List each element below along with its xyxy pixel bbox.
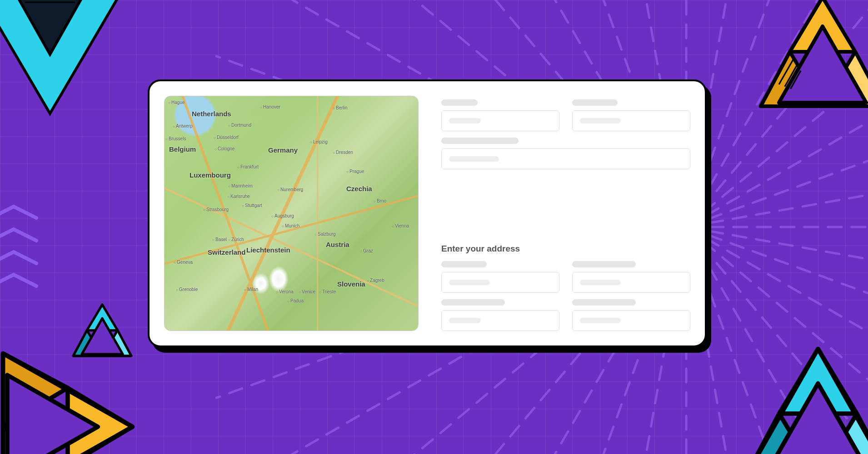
address-heading: Enter your address	[441, 244, 690, 254]
field-value-skeleton	[580, 318, 621, 323]
form-field	[572, 299, 690, 331]
penrose-triangle-bottom-left-icon	[0, 340, 145, 454]
field-label-skeleton	[441, 138, 519, 144]
map-city-label: Zürich	[228, 237, 244, 242]
map-city-label: Venice	[299, 289, 315, 294]
text-input[interactable]	[572, 272, 690, 293]
field-value-skeleton	[580, 280, 621, 285]
field-value-skeleton	[449, 156, 499, 162]
form-field	[572, 261, 690, 293]
text-input[interactable]	[441, 148, 690, 169]
map-city-label: Trieste	[319, 289, 336, 294]
map-country-label: Belgium	[169, 145, 196, 153]
form-field	[572, 99, 690, 131]
map-country-label: Austria	[326, 241, 349, 248]
map-country-label: Switzerland	[208, 248, 245, 256]
field-label-skeleton	[441, 299, 505, 306]
map-city-label: Vienna	[392, 223, 409, 228]
address-form: Enter your address	[441, 96, 690, 331]
field-label-skeleton	[572, 261, 636, 267]
map-city-label: Padua	[287, 298, 304, 303]
map-city-label: Berlin	[333, 105, 348, 110]
map-city-label: Zagreb	[367, 278, 384, 283]
map-city-label: Grenoble	[176, 287, 198, 292]
map-city-label: Antwerp	[173, 123, 193, 128]
map-city-label: Dortmund	[228, 123, 251, 128]
map-city-label: Augsburg	[271, 213, 294, 218]
form-field	[441, 261, 559, 293]
text-input[interactable]	[572, 110, 690, 131]
text-input[interactable]	[441, 310, 559, 331]
map-city-label: Hanover	[260, 104, 280, 109]
form-field	[441, 138, 690, 235]
map-city-label: Nuremberg	[277, 187, 303, 192]
penrose-triangle-bottom-right-icon	[732, 336, 868, 454]
penrose-triangle-icon	[750, 0, 868, 132]
map-city-label: Mannheim	[228, 183, 253, 188]
text-input[interactable]	[441, 110, 559, 131]
map-city-label: Geneva	[174, 260, 193, 265]
map-city-label: Verona	[276, 289, 294, 294]
map-country-label: Liechtenstein	[246, 246, 290, 254]
form-card: NetherlandsBelgiumGermanyLuxembourgCzech…	[148, 79, 707, 347]
form-field	[441, 99, 559, 131]
map-country-label: Slovenia	[337, 280, 365, 288]
map-city-label: Leipzig	[310, 139, 328, 144]
map-city-label: Brussels	[165, 136, 186, 141]
text-input[interactable]	[572, 310, 690, 331]
map-country-label: Germany	[268, 146, 298, 154]
form-field	[441, 299, 559, 331]
map-city-label: Munich	[282, 223, 299, 228]
field-value-skeleton	[449, 280, 490, 285]
map-country-label: Netherlands	[192, 110, 231, 118]
field-label-skeleton	[572, 299, 636, 306]
text-input[interactable]	[441, 272, 559, 293]
map-city-label: Strasbourg	[203, 207, 229, 212]
field-value-skeleton	[449, 118, 481, 123]
map-city-label: Frankfurt	[237, 164, 259, 169]
map-country-label: Luxembourg	[190, 171, 231, 179]
field-value-skeleton	[449, 318, 481, 323]
map-city-label: Prague	[346, 169, 364, 174]
map-city-label: Hague	[168, 100, 185, 105]
map-preview[interactable]: NetherlandsBelgiumGermanyLuxembourgCzech…	[164, 96, 419, 331]
field-label-skeleton	[572, 99, 618, 106]
map-city-label: Cologne	[215, 146, 234, 151]
map-city-label: Milan	[244, 287, 258, 292]
map-city-label: Salzburg	[314, 232, 336, 237]
map-city-label: Stuttgart	[242, 203, 262, 208]
field-label-skeleton	[441, 261, 487, 267]
field-label-skeleton	[441, 99, 478, 106]
map-city-label: Basel	[212, 237, 227, 242]
map-city-label: Graz	[360, 248, 373, 253]
map-country-label: Czechia	[346, 185, 372, 192]
map-city-label: Düsseldorf	[214, 135, 239, 140]
chevron-pattern-icon	[0, 204, 59, 340]
map-city-label: Karlsruhe	[227, 194, 250, 199]
map-city-label: Brno	[374, 198, 386, 203]
map-city-label: Dresden	[333, 150, 353, 155]
field-value-skeleton	[580, 118, 621, 123]
vue-logo-icon	[0, 0, 145, 154]
